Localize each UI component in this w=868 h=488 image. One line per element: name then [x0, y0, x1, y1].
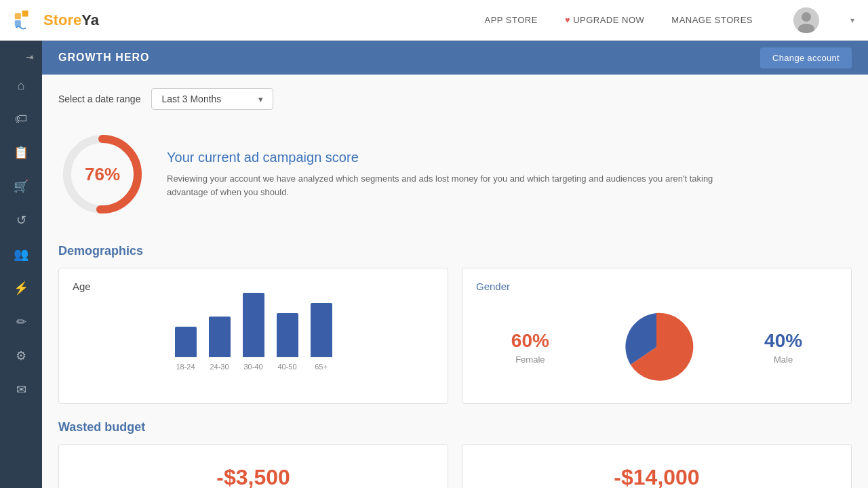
sidebar-item-users[interactable]: 👥 — [0, 237, 42, 271]
heart-icon: ♥ — [565, 15, 570, 25]
gender-pie-chart — [619, 310, 694, 384]
content-area: GROWTH HERO Change account Select a date… — [42, 41, 868, 488]
avatar[interactable] — [793, 7, 819, 33]
app-store-link[interactable]: APP STORE — [484, 15, 537, 25]
page-title: GROWTH HERO — [58, 52, 150, 64]
sidebar-item-reports[interactable]: 📋 — [0, 136, 42, 169]
wasted-row: -$3,500 Wasted in the last 3 months -$14… — [58, 444, 852, 488]
main-layout: ⇥ ⌂ 🏷 📋 🛒 ↺ 👥 ⚡ ✏ ⚙ ✉ — [0, 41, 868, 488]
bar-65plus — [311, 303, 332, 357]
chevron-down-icon: ▾ — [258, 94, 263, 104]
mail-icon: ✉ — [16, 382, 26, 397]
navbar-chevron-icon[interactable]: ▾ — [850, 16, 854, 25]
logo-text: StoreYa — [43, 12, 99, 29]
sidebar: ⇥ ⌂ 🏷 📋 🛒 ↺ 👥 ⚡ ✏ ⚙ ✉ — [0, 41, 42, 488]
date-range-label: Select a date range — [58, 94, 140, 104]
edit-icon: ✏ — [16, 314, 26, 329]
female-percentage: 60% — [511, 330, 549, 352]
sidebar-item-settings[interactable]: ⚙ — [0, 339, 42, 373]
svg-point-4 — [802, 12, 811, 22]
sidebar-item-home[interactable]: ⌂ — [0, 69, 42, 102]
bar-group-40-50: 40-50 — [277, 313, 298, 371]
navbar: StoreYa APP STORE ♥UPGRADE NOW MANAGE ST… — [0, 0, 868, 41]
boost-icon: ⚡ — [14, 281, 28, 296]
reports-icon: 📋 — [14, 145, 28, 160]
score-circle: 76% — [58, 130, 146, 218]
sidebar-item-edit[interactable]: ✏ — [0, 305, 42, 339]
wasted-amount-12months: -$14,000 — [476, 465, 837, 488]
demographics-title: Demographics — [58, 244, 852, 258]
svg-rect-2 — [15, 20, 21, 26]
scroll-content: Select a date range Last 3 Months ▾ 76% — [42, 75, 868, 488]
sidebar-item-history[interactable]: ↺ — [0, 203, 42, 237]
home-icon: ⌂ — [18, 79, 25, 93]
bar-group-18-24: 18-24 — [175, 327, 197, 371]
sidebar-toggle[interactable]: ⇥ — [0, 47, 42, 69]
bar-30-40 — [243, 293, 264, 357]
bar-40-50 — [277, 313, 298, 357]
navbar-links: APP STORE ♥UPGRADE NOW MANAGE STORES ▾ — [484, 7, 854, 33]
age-chart-card: Age 18-24 24-30 30-40 — [58, 268, 448, 404]
sidebar-item-tags[interactable]: 🏷 — [0, 102, 42, 136]
svg-rect-1 — [22, 10, 28, 16]
sidebar-item-mail[interactable]: ✉ — [0, 373, 42, 407]
age-chart-title: Age — [73, 281, 434, 292]
bar-18-24 — [175, 327, 197, 357]
bar-label-65plus: 65+ — [315, 363, 328, 371]
gender-chart-card: Gender 60% Female — [462, 268, 852, 404]
gender-chart: 60% Female 40% Mal — [476, 303, 837, 391]
history-icon: ↺ — [16, 213, 26, 228]
charts-row: Age 18-24 24-30 30-40 — [58, 268, 852, 404]
male-percentage: 40% — [764, 330, 802, 352]
score-info: Your current ad campaign score Reviewing… — [167, 150, 750, 199]
tags-icon: 🏷 — [15, 112, 27, 126]
bar-group-24-30: 24-30 — [209, 317, 231, 371]
bar-label-24-30: 24-30 — [210, 363, 229, 371]
male-label: Male — [764, 354, 802, 365]
wasted-card-12months: -$14,000 Wasted in the last 12 months — [462, 444, 852, 488]
score-headline: Your current ad campaign score — [167, 150, 750, 165]
change-account-button[interactable]: Change account — [760, 47, 852, 68]
wasted-budget-title: Wasted budget — [58, 420, 852, 434]
date-range-select[interactable]: Last 3 Months ▾ — [151, 88, 273, 110]
sidebar-item-store[interactable]: 🛒 — [0, 169, 42, 203]
date-range-row: Select a date range Last 3 Months ▾ — [58, 88, 852, 110]
score-description: Reviewing your account we have analyzed … — [167, 172, 750, 199]
date-range-value: Last 3 Months — [161, 94, 231, 104]
wasted-amount-3months: -$3,500 — [73, 465, 434, 488]
settings-icon: ⚙ — [16, 348, 26, 363]
svg-rect-0 — [15, 13, 21, 19]
users-icon: 👥 — [14, 247, 28, 262]
logo: StoreYa — [14, 8, 99, 33]
upgrade-link[interactable]: ♥UPGRADE NOW — [565, 15, 644, 25]
store-icon: 🛒 — [14, 179, 28, 194]
bar-label-18-24: 18-24 — [176, 363, 195, 371]
bar-group-65plus: 65+ — [311, 303, 332, 371]
bar-label-40-50: 40-50 — [277, 363, 296, 371]
wasted-card-3months: -$3,500 Wasted in the last 3 months — [58, 444, 448, 488]
avatar-icon — [793, 7, 819, 33]
sidebar-item-boost[interactable]: ⚡ — [0, 271, 42, 305]
female-stat: 60% Female — [511, 330, 549, 365]
toggle-icon: ⇥ — [26, 52, 34, 62]
female-label: Female — [511, 354, 549, 365]
bar-label-30-40: 30-40 — [243, 363, 262, 371]
score-value: 76% — [85, 164, 120, 185]
bar-24-30 — [209, 317, 231, 357]
bar-group-30-40: 30-40 — [243, 293, 264, 371]
gender-chart-title: Gender — [476, 281, 837, 292]
logo-icon — [14, 8, 38, 33]
age-bar-chart: 18-24 24-30 30-40 40-50 — [73, 303, 434, 371]
male-stat: 40% Male — [764, 330, 802, 365]
score-section: 76% Your current ad campaign score Revie… — [58, 123, 852, 225]
page-header: GROWTH HERO Change account — [42, 41, 868, 75]
manage-stores-link[interactable]: MANAGE STORES — [671, 15, 753, 25]
